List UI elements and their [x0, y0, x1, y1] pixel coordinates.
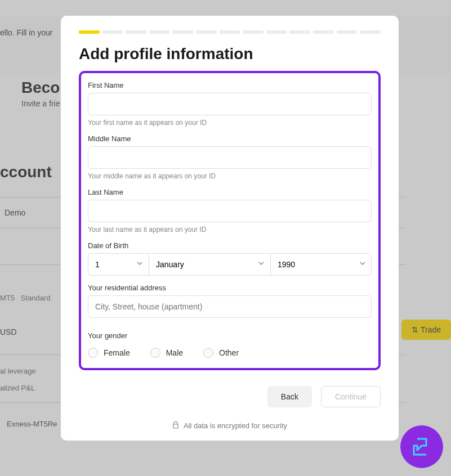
gender-male-radio[interactable]: Male [150, 348, 183, 358]
progress-step-3 [126, 30, 146, 34]
first-name-hint: Your first name as it appears on your ID [88, 119, 372, 127]
radio-icon [150, 348, 160, 358]
first-name-input[interactable] [88, 93, 372, 115]
continue-button[interactable]: Continue [321, 386, 381, 407]
radio-icon [88, 348, 98, 358]
lock-icon [172, 421, 179, 430]
dob-month-select[interactable] [149, 253, 270, 276]
progress-step-1 [79, 30, 100, 34]
middle-name-label: Middle Name [88, 134, 372, 143]
gender-female-radio[interactable]: Female [88, 348, 130, 358]
back-button[interactable]: Back [267, 386, 312, 407]
progress-step-8 [243, 30, 264, 34]
progress-step-13 [360, 30, 381, 34]
progress-step-9 [266, 30, 287, 34]
gender-label: Your gender [88, 331, 372, 340]
gender-male-label: Male [166, 348, 183, 357]
progress-step-5 [172, 30, 193, 34]
middle-name-hint: Your middle name as it appears on your I… [88, 172, 372, 180]
last-name-input[interactable] [88, 200, 372, 222]
progress-step-7 [220, 30, 240, 34]
logo-icon [409, 434, 434, 459]
gender-other-label: Other [219, 348, 239, 357]
last-name-label: Last Name [88, 188, 372, 196]
form-frame: First Name Your first name as it appears… [79, 71, 381, 370]
address-input[interactable] [88, 295, 372, 318]
address-label: Your residential address [88, 284, 372, 292]
last-name-hint: Your last name as it appears on your ID [88, 226, 372, 233]
gender-female-label: Female [104, 348, 130, 357]
first-name-label: First Name [88, 81, 372, 89]
profile-modal: Add profile information First Name Your … [61, 16, 399, 441]
progress-step-10 [289, 30, 310, 34]
encryption-notice: All data is encrypted for security [79, 421, 381, 430]
chat-fab-button[interactable] [400, 425, 443, 468]
dob-label: Date of Birth [88, 241, 372, 250]
progress-step-4 [149, 30, 170, 34]
progress-bar [79, 30, 381, 34]
progress-step-11 [313, 30, 334, 34]
progress-step-6 [196, 30, 217, 34]
progress-step-2 [102, 30, 123, 34]
gender-other-radio[interactable]: Other [203, 348, 239, 358]
middle-name-input[interactable] [88, 146, 372, 169]
dob-year-select[interactable] [270, 253, 372, 276]
modal-title: Add profile information [79, 45, 381, 63]
dob-day-select[interactable] [88, 253, 149, 276]
radio-icon [203, 348, 213, 358]
progress-step-12 [337, 30, 358, 34]
